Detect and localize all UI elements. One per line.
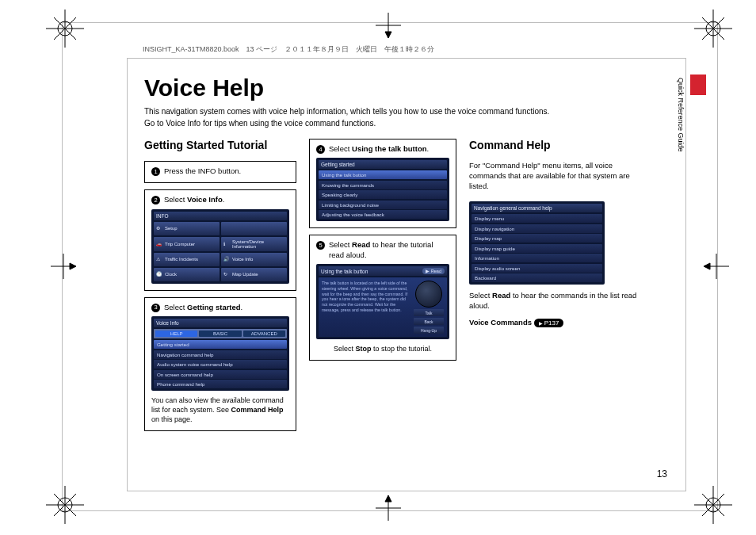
column-middle: 4 Select Using the talk button. Getting … <box>309 139 456 431</box>
svg-marker-28 <box>385 32 391 38</box>
nav-row-4: Information <box>472 254 602 262</box>
step-3-text: Select Getting started. <box>164 303 289 312</box>
getting-started-screen: Getting started Using the talk button Kn… <box>316 158 449 221</box>
section-color-tab <box>690 75 706 95</box>
page-content: Voice Help This navigation system comes … <box>144 75 674 480</box>
edge-mark-right <box>704 254 729 279</box>
step-number-3-icon: 3 <box>151 304 160 312</box>
nav-command-screen: Navigation general command help Display … <box>469 201 605 285</box>
voice-row-getting-started: Getting started <box>154 340 287 349</box>
info-btn-traffic: ⚠Traffic Incidents <box>154 253 220 266</box>
document-header: INSIGHT_KA-31TM8820.book 13 ページ ２０１１年８月９… <box>143 44 434 55</box>
talk-header: Using the talk button ▶ Read <box>319 266 447 276</box>
talk-side-panel: Talk Back Hang-Up <box>414 281 444 334</box>
crop-mark-bottom-right <box>694 486 732 524</box>
voice-row-nav: Navigation command help <box>154 350 287 359</box>
intro-text: This navigation system comes with voice … <box>144 106 674 129</box>
column-left: Getting Started Tutorial 1 Press the INF… <box>144 139 296 431</box>
nav-row-2: Display map <box>472 234 602 243</box>
step-1-text: Press the INFO button. <box>164 166 289 176</box>
dial-icon <box>415 281 442 308</box>
svg-marker-22 <box>70 263 76 269</box>
voice-info-title: Voice Info <box>154 319 287 327</box>
step-4-box: 4 Select Using the talk button. Getting … <box>309 139 456 228</box>
nav-row-6: Backward <box>472 273 602 282</box>
step-number-2-icon: 2 <box>151 196 160 204</box>
mini-btn-back: Back <box>414 318 444 325</box>
info-screen: INFO ⚙Setup 🚗Trip Computer ℹSystem/Devic… <box>151 209 289 284</box>
command-help-intro: For "Command Help" menu items, all voice… <box>469 161 637 191</box>
step-1-box: 1 Press the INFO button. <box>144 161 296 183</box>
edge-mark-left <box>51 254 76 279</box>
info-btn-map: ↻Map Update <box>221 268 287 281</box>
step-3-footnote: You can also view the available command … <box>151 396 289 424</box>
step-5-box: 5 Select Read to hear the tutorial read … <box>309 235 456 361</box>
info-screen-title: INFO <box>154 212 287 220</box>
crop-mark-top-right <box>694 10 732 48</box>
nav-row-1: Display navigation <box>472 224 602 233</box>
step-1: 1 Press the INFO button. <box>151 166 289 176</box>
nav-command-title: Navigation general command help <box>472 204 602 212</box>
command-help-read-note: Select Read to hear the commands in the … <box>469 291 637 311</box>
gs-title: Getting started <box>319 160 447 169</box>
step-2: 2 Select Voice Info. <box>151 195 289 204</box>
edge-mark-bottom <box>376 495 401 521</box>
tab-advanced: ADVANCED <box>243 331 285 337</box>
edge-mark-top <box>376 13 401 38</box>
step-number-4-icon: 4 <box>316 145 325 154</box>
gs-row-speaking: Speaking clearly <box>319 190 447 199</box>
info-btn-setup: ⚙Setup <box>154 222 220 235</box>
voice-info-list: Getting started Navigation command help … <box>154 340 287 388</box>
talk-button-screen: Using the talk button ▶ Read The talk bu… <box>316 264 449 339</box>
step-2-box: 2 Select Voice Info. INFO ⚙Setup 🚗Trip C… <box>144 189 296 290</box>
nav-row-0: Display menu <box>472 214 602 223</box>
step-2-text: Select Voice Info. <box>164 195 289 204</box>
voice-commands-label: Voice Commands <box>469 318 532 327</box>
intro-line-1: This navigation system comes with voice … <box>144 107 549 116</box>
step-3-box: 3 Select Getting started. Voice Info HEL… <box>144 297 296 432</box>
page-ref-badge: P137 <box>534 319 564 327</box>
mini-btn-talk: Talk <box>414 309 444 316</box>
talk-body: The talk button is located on the left s… <box>319 277 447 337</box>
warning-icon: ⚠ <box>156 256 162 262</box>
page-title: Voice Help <box>144 75 674 101</box>
mini-btn-hangup: Hang-Up <box>414 327 444 334</box>
step-number-1-icon: 1 <box>151 167 160 176</box>
svg-marker-31 <box>385 495 391 502</box>
step-4-text: Select Using the talk button. <box>329 144 449 154</box>
gs-list: Using the talk button Knowing the comman… <box>319 170 447 219</box>
speaker-icon: 🔊 <box>223 256 230 262</box>
gs-row-feedback: Adjusting the voice feedback <box>319 210 447 219</box>
voice-info-screen: Voice Info HELP BASIC ADVANCED Getting s… <box>151 316 289 391</box>
gs-row-noise: Limiting background noise <box>319 201 447 209</box>
tab-help: HELP <box>155 331 197 337</box>
info-btn-system: ℹSystem/Device Information <box>221 237 287 251</box>
nav-row-5: Display audio screen <box>472 264 602 273</box>
info-btn-trip: 🚗Trip Computer <box>154 237 220 251</box>
step-4: 4 Select Using the talk button. <box>316 144 449 154</box>
voice-row-audio: Audio system voice command help <box>154 360 287 369</box>
section-label: Quick Reference Guide <box>677 78 685 152</box>
step-5-stop-note: Select Stop to stop the tutorial. <box>316 344 449 353</box>
car-icon: 🚗 <box>156 241 162 247</box>
read-button: ▶ Read <box>422 268 445 274</box>
section-getting-started: Getting Started Tutorial <box>144 139 296 151</box>
crop-mark-bottom-left <box>46 486 84 524</box>
step-3: 3 Select Getting started. <box>151 303 289 312</box>
talk-title: Using the talk button <box>321 269 368 274</box>
tab-basic: BASIC <box>199 331 241 337</box>
section-command-help: Command Help <box>469 139 637 151</box>
columns: Getting Started Tutorial 1 Press the INF… <box>144 139 674 431</box>
step-5: 5 Select Read to hear the tutorial read … <box>316 240 449 260</box>
crop-mark-top-left <box>46 10 84 48</box>
voice-commands-crossref: Voice Commands P137 <box>469 318 637 327</box>
gear-icon: ⚙ <box>156 225 162 231</box>
info-screen-grid: ⚙Setup 🚗Trip Computer ℹSystem/Device Inf… <box>154 222 287 281</box>
column-right: Command Help For "Command Help" menu ite… <box>469 139 637 431</box>
gs-row-talk: Using the talk button <box>319 170 447 179</box>
info-btn-clock: 🕐Clock <box>154 268 220 281</box>
nav-command-list: Display menu Display navigation Display … <box>472 214 602 282</box>
info-icon: ℹ <box>223 241 230 247</box>
page-container: INSIGHT_KA-31TM8820.book 13 ページ ２０１１年８月９… <box>0 0 756 535</box>
talk-body-text: The talk button is located on the left s… <box>322 281 410 334</box>
